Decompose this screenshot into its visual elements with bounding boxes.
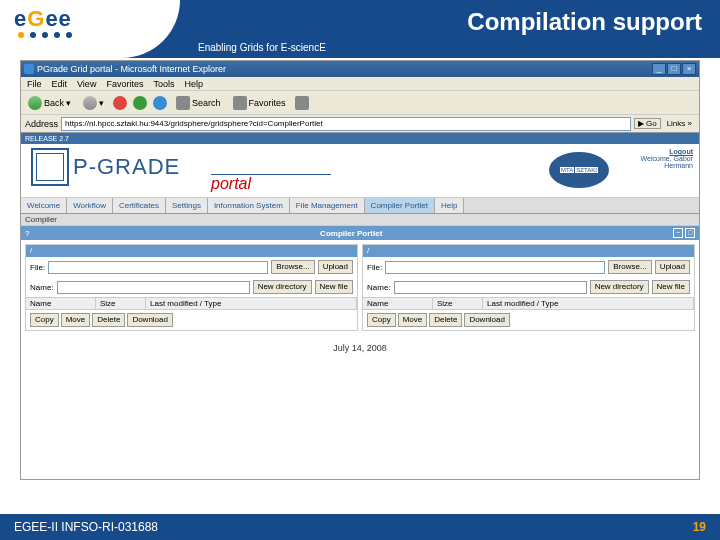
refresh-icon[interactable] bbox=[133, 96, 147, 110]
tab-infosys[interactable]: Information System bbox=[208, 198, 290, 213]
portlet-title: Compiler Portlet bbox=[320, 229, 382, 238]
search-button[interactable]: Search bbox=[173, 95, 224, 111]
sztaki-logo: MTASZTAKI bbox=[549, 152, 609, 188]
portal-tabs: Welcome Workflow Certificates Settings I… bbox=[21, 198, 699, 214]
tab-help[interactable]: Help bbox=[435, 198, 464, 213]
menu-favorites[interactable]: Favorites bbox=[106, 79, 143, 89]
left-path: / bbox=[26, 245, 357, 257]
left-download-button[interactable]: Download bbox=[127, 313, 173, 327]
pgrade-logo: P-GRADE bbox=[31, 148, 180, 186]
browser-window: PGrade Grid portal - Microsoft Internet … bbox=[20, 60, 700, 480]
right-browse-button[interactable]: Browse... bbox=[608, 260, 651, 274]
portlet-max[interactable]: □ bbox=[685, 228, 695, 238]
file-panels: / File: Browse... Upload Name: New direc… bbox=[21, 240, 699, 335]
left-th-name[interactable]: Name bbox=[26, 298, 96, 309]
section-label: Compiler bbox=[21, 214, 699, 226]
tab-welcome[interactable]: Welcome bbox=[21, 198, 67, 213]
back-button[interactable]: Back▾ bbox=[25, 95, 74, 111]
right-file-label: File: bbox=[367, 263, 382, 272]
address-label: Address bbox=[25, 119, 58, 129]
right-download-button[interactable]: Download bbox=[464, 313, 510, 327]
tab-workflow[interactable]: Workflow bbox=[67, 198, 113, 213]
right-name-label: Name: bbox=[367, 283, 391, 292]
favorites-button[interactable]: Favorites bbox=[230, 95, 289, 111]
logout-area: Logout Welcome, Gabor Hermann bbox=[641, 148, 693, 169]
go-button[interactable]: ▶ Go bbox=[634, 118, 661, 129]
left-th-size[interactable]: Size bbox=[96, 298, 146, 309]
menu-edit[interactable]: Edit bbox=[52, 79, 68, 89]
left-upload-button[interactable]: Upload bbox=[318, 260, 353, 274]
menu-tools[interactable]: Tools bbox=[153, 79, 174, 89]
portal-header: P-GRADE portal MTASZTAKI Logout Welcome,… bbox=[21, 144, 699, 198]
left-copy-button[interactable]: Copy bbox=[30, 313, 59, 327]
logout-link[interactable]: Logout bbox=[641, 148, 693, 155]
right-delete-button[interactable]: Delete bbox=[429, 313, 462, 327]
welcome-text: Welcome, Gabor Hermann bbox=[641, 155, 693, 169]
stop-icon[interactable] bbox=[113, 96, 127, 110]
window-controls: _ □ × bbox=[652, 63, 696, 75]
page-content: RELEASE 2.7 P-GRADE portal MTASZTAKI Log… bbox=[21, 133, 699, 479]
right-upload-button[interactable]: Upload bbox=[655, 260, 690, 274]
footer-left: EGEE-II INFSO-RI-031688 bbox=[14, 520, 158, 534]
tagline: Enabling Grids for E-sciencE bbox=[198, 42, 326, 53]
links-label[interactable]: Links » bbox=[664, 119, 695, 128]
footer-right: 19 bbox=[693, 520, 706, 534]
forward-button[interactable]: ▾ bbox=[80, 95, 107, 111]
egee-dots bbox=[18, 32, 72, 38]
tab-settings[interactable]: Settings bbox=[166, 198, 208, 213]
window-title: PGrade Grid portal - Microsoft Internet … bbox=[37, 64, 226, 74]
browser-menubar: File Edit View Favorites Tools Help bbox=[21, 77, 699, 91]
portal-subtitle: portal bbox=[211, 174, 331, 193]
left-table-header: Name Size Last modified / Type bbox=[26, 297, 357, 310]
right-panel: / File: Browse... Upload Name: New direc… bbox=[362, 244, 695, 331]
right-th-size[interactable]: Size bbox=[433, 298, 483, 309]
address-input[interactable] bbox=[61, 117, 631, 131]
menu-view[interactable]: View bbox=[77, 79, 96, 89]
media-icon[interactable] bbox=[295, 96, 309, 110]
search-icon bbox=[176, 96, 190, 110]
portlet-help[interactable]: ? bbox=[25, 229, 29, 238]
left-move-button[interactable]: Move bbox=[61, 313, 91, 327]
slide-title: Compilation support bbox=[467, 8, 702, 36]
left-newdir-button[interactable]: New directory bbox=[253, 280, 312, 294]
right-newfile-button[interactable]: New file bbox=[652, 280, 690, 294]
menu-file[interactable]: File bbox=[27, 79, 42, 89]
portlet-min[interactable]: − bbox=[673, 228, 683, 238]
right-path: / bbox=[363, 245, 694, 257]
right-copy-button[interactable]: Copy bbox=[367, 313, 396, 327]
portlet-titlebar: ? Compiler Portlet − □ bbox=[21, 226, 699, 240]
home-icon[interactable] bbox=[153, 96, 167, 110]
address-bar: Address ▶ Go Links » bbox=[21, 115, 699, 133]
right-name-input[interactable] bbox=[394, 281, 587, 294]
left-th-mod[interactable]: Last modified / Type bbox=[146, 298, 357, 309]
slide-header: eGee Compilation support Enabling Grids … bbox=[0, 0, 720, 58]
left-name-input[interactable] bbox=[57, 281, 250, 294]
minimize-button[interactable]: _ bbox=[652, 63, 666, 75]
left-name-label: Name: bbox=[30, 283, 54, 292]
forward-icon bbox=[83, 96, 97, 110]
pgrade-text: P-GRADE bbox=[73, 154, 180, 180]
star-icon bbox=[233, 96, 247, 110]
back-icon bbox=[28, 96, 42, 110]
left-delete-button[interactable]: Delete bbox=[92, 313, 125, 327]
right-table-header: Name Size Last modified / Type bbox=[363, 297, 694, 310]
tab-certificates[interactable]: Certificates bbox=[113, 198, 166, 213]
slide-footer: EGEE-II INFSO-RI-031688 19 bbox=[0, 514, 720, 540]
right-th-mod[interactable]: Last modified / Type bbox=[483, 298, 694, 309]
right-th-name[interactable]: Name bbox=[363, 298, 433, 309]
left-file-input[interactable] bbox=[48, 261, 268, 274]
right-file-input[interactable] bbox=[385, 261, 605, 274]
page-date: July 14, 2008 bbox=[21, 335, 699, 361]
maximize-button[interactable]: □ bbox=[667, 63, 681, 75]
tab-filemgmt[interactable]: File Management bbox=[290, 198, 365, 213]
ie-icon bbox=[24, 64, 34, 74]
browser-titlebar: PGrade Grid portal - Microsoft Internet … bbox=[21, 61, 699, 77]
right-newdir-button[interactable]: New directory bbox=[590, 280, 649, 294]
left-newfile-button[interactable]: New file bbox=[315, 280, 353, 294]
left-browse-button[interactable]: Browse... bbox=[271, 260, 314, 274]
tab-compiler[interactable]: Compiler Portlet bbox=[365, 198, 435, 213]
menu-help[interactable]: Help bbox=[184, 79, 203, 89]
hexagon-icon bbox=[31, 148, 69, 186]
close-button[interactable]: × bbox=[682, 63, 696, 75]
right-move-button[interactable]: Move bbox=[398, 313, 428, 327]
